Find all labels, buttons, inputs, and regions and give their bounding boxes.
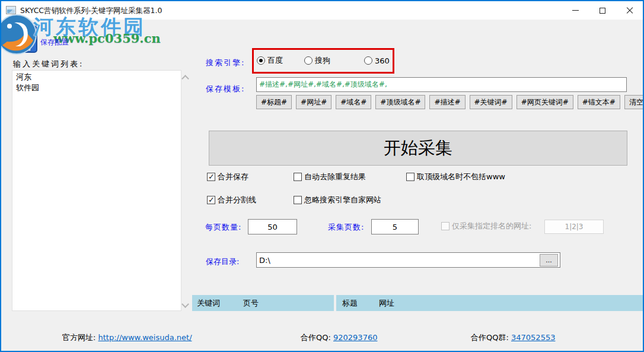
- watermark-site-url: www.pc0359.cn: [53, 31, 161, 46]
- checkbox-label: 取顶级域名时不包括www: [417, 172, 505, 182]
- checkbox-label: 忽略搜索引擎自家网站: [304, 195, 381, 205]
- tag-title-button[interactable]: #标题#: [256, 95, 292, 109]
- per-page-input[interactable]: [248, 219, 297, 234]
- radio-label: 百度: [267, 55, 283, 66]
- results-header-left: 关键词 页号: [192, 295, 334, 311]
- column-header-keyword[interactable]: 关键词: [197, 298, 220, 309]
- tag-description-button[interactable]: #描述#: [429, 95, 465, 109]
- start-collect-button[interactable]: 开始采集: [209, 131, 627, 166]
- site-logo-icon: [0, 14, 37, 56]
- save-config-link[interactable]: 保存配置: [40, 37, 69, 47]
- checkbox-icon: [294, 173, 302, 181]
- list-item[interactable]: 软件园: [16, 83, 177, 93]
- tag-topdomain-button[interactable]: #顶级域名#: [375, 95, 425, 109]
- qq-label: 合作QQ:: [301, 333, 331, 342]
- checkbox-merge-divider[interactable]: 合并分割线: [207, 195, 256, 204]
- keyword-list[interactable]: 河东 软件园: [12, 70, 181, 311]
- footer-qq: 合作QQ: 920293760: [301, 332, 377, 343]
- radio-label: 搜狗: [315, 55, 330, 66]
- tag-domain-button[interactable]: #域名#: [336, 95, 371, 109]
- tag-anchor-button[interactable]: #锚文本#: [578, 95, 620, 109]
- radio-selected-icon: [257, 56, 265, 65]
- save-template-label: 保存模板:: [206, 84, 245, 94]
- save-dir-input[interactable]: [256, 252, 560, 268]
- qq-group-link[interactable]: 347052553: [511, 333, 555, 342]
- app-window: SKYCC营销软件系列-关键字网址采集器1.0 河东软件园 www.pc0359…: [0, 0, 644, 352]
- checkbox-label: 合并分割线: [218, 195, 256, 205]
- pages-input[interactable]: [371, 219, 419, 234]
- radio-option-sogou[interactable]: 搜狗: [304, 56, 330, 65]
- template-tag-row: #标题# #网址# #域名# #顶级域名# #描述# #关键词# #网页关键词#…: [256, 95, 644, 109]
- qq-link[interactable]: 920293760: [333, 333, 377, 342]
- minimize-button[interactable]: [562, 1, 589, 20]
- radio-option-360[interactable]: 360: [364, 56, 390, 65]
- close-button[interactable]: [616, 1, 643, 20]
- column-header-page[interactable]: 页号: [243, 298, 259, 309]
- tag-url-button[interactable]: #网址#: [296, 95, 331, 109]
- tag-keyword-button[interactable]: #关键词#: [470, 95, 512, 109]
- official-site-link[interactable]: http://www.weisuda.net/: [98, 333, 192, 342]
- checkbox-label: 合并保存: [218, 172, 248, 182]
- browse-button[interactable]: ...: [540, 254, 558, 267]
- close-icon: [626, 7, 633, 14]
- results-header-right: 标题 网址: [336, 295, 644, 311]
- rank-filter-input: [544, 220, 604, 234]
- checkbox-icon: [406, 173, 415, 181]
- footer-qq-group: 合作QQ群: 347052553: [471, 332, 555, 343]
- checkbox-label: 自动去除重复结果: [304, 172, 366, 182]
- official-site-label: 官方网址:: [62, 333, 95, 342]
- checkbox-icon: [294, 196, 302, 204]
- list-item[interactable]: 河东: [16, 72, 177, 83]
- maximize-button[interactable]: [589, 1, 616, 20]
- clear-template-button[interactable]: 清空模板: [624, 95, 644, 109]
- checkbox-rank-filter[interactable]: 仅采集指定排名的网址:: [441, 221, 531, 230]
- radio-label: 360: [375, 56, 390, 65]
- tag-page-keyword-button[interactable]: #网页关键词#: [517, 95, 573, 109]
- scroll-up-icon[interactable]: [181, 75, 189, 83]
- column-header-title[interactable]: 标题: [342, 298, 358, 309]
- checkbox-disabled-icon: [441, 222, 449, 230]
- checkbox-no-www[interactable]: 取顶级域名时不包括www: [406, 172, 505, 181]
- radio-icon: [304, 56, 313, 65]
- save-dir-label: 保存目录:: [206, 256, 239, 267]
- scroll-down-icon[interactable]: [181, 300, 189, 308]
- radio-option-baidu[interactable]: 百度: [257, 56, 283, 65]
- radio-icon: [364, 56, 372, 65]
- checkbox-checked-icon: [207, 173, 215, 181]
- checkbox-dedupe[interactable]: 自动去除重复结果: [294, 172, 366, 181]
- checkbox-merge-save[interactable]: 合并保存: [207, 172, 248, 181]
- checkbox-ignore-engine-sites[interactable]: 忽略搜索引擎自家网站: [294, 195, 381, 204]
- footer-official-site: 官方网址: http://www.weisuda.net/: [62, 332, 192, 343]
- column-header-url[interactable]: 网址: [379, 298, 394, 309]
- qq-group-label: 合作QQ群:: [471, 333, 509, 342]
- pages-label: 采集页数:: [328, 222, 364, 233]
- per-page-label: 每页数量:: [205, 222, 241, 233]
- minimize-icon: [572, 10, 579, 11]
- keyword-list-label: 输入关键词列表:: [13, 59, 84, 69]
- search-engine-label: 搜索引擎:: [206, 58, 245, 68]
- app-icon: [6, 6, 16, 14]
- rank-filter-label: 仅采集指定排名的网址:: [452, 221, 531, 232]
- maximize-icon: [600, 8, 605, 14]
- save-template-input[interactable]: [256, 77, 627, 92]
- checkbox-checked-icon: [207, 196, 215, 204]
